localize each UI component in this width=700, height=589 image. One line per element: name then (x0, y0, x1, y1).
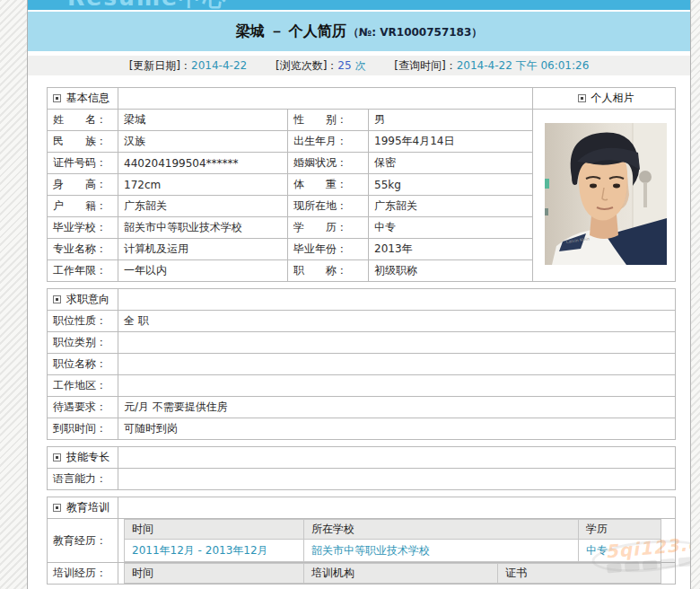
section-header-spacer (118, 447, 676, 469)
field-value: 可随时到岗 (118, 418, 676, 440)
section-title: 基本信息 (66, 92, 109, 104)
field-label: 职位性质： (48, 311, 118, 332)
collapse-toggle-icon[interactable] (578, 94, 586, 102)
job-intention-table: 求职意向 职位性质： 全 职 职位类别： 职位名称： 工作地区： 待遇要求： 元… (47, 288, 676, 440)
field-value: 一年以内 (118, 260, 288, 282)
table-row: 到职时间： 可随时到岗 (48, 418, 676, 440)
field-label: 语言能力： (48, 469, 118, 490)
resume-title-bar: 梁城 － 个人简历（№: VR1000757183） (28, 12, 690, 51)
field-label: 职 称： (288, 260, 369, 282)
photo-cell: Calvin Klein (533, 110, 676, 282)
view-count-group: [浏览次数]：25 次 (276, 59, 365, 72)
field-value: 计算机及运用 (118, 239, 288, 260)
portrait-illustration: Calvin Klein (545, 123, 667, 265)
section-header-spacer (118, 289, 676, 311)
field-value: 韶关市中等职业技术学校 (118, 217, 288, 239)
page-title: 梁城 － 个人简历 (236, 22, 346, 40)
collapse-toggle-icon[interactable] (53, 94, 61, 102)
field-label: 毕业年份： (288, 239, 369, 260)
field-value: 172cm (118, 174, 288, 196)
training-history-cell: 时间 培训机构 证书 (118, 563, 676, 585)
field-label: 培训经历： (48, 563, 118, 585)
field-value: 元/月 不需要提供住房 (118, 397, 676, 418)
basic-info-table: 基本信息 个人相片 姓 名： 梁城 性 别： 男 (47, 87, 676, 282)
skills-table: 技能专长 语言能力： (47, 446, 676, 490)
education-history-table: 时间 所在学校 学历 2011年12月 - 2013年12月 韶关市中等职业技术… (124, 519, 661, 562)
field-value (118, 375, 676, 397)
update-date-group: [更新日期]：2014-4-22 (129, 59, 247, 72)
section-title: 求职意向 (66, 293, 109, 305)
candidate-photo[interactable]: Calvin Klein (545, 123, 667, 265)
field-label: 出生年月： (288, 131, 369, 153)
section-title: 技能专长 (66, 451, 109, 463)
nested-header-row: 时间 所在学校 学历 (125, 520, 661, 540)
query-time-label: [查询时间]： (394, 59, 456, 72)
field-value: 55kg (369, 174, 533, 196)
field-label: 婚姻状况： (288, 153, 369, 174)
field-value (118, 354, 676, 375)
field-label: 体 重： (288, 174, 369, 196)
skills-section-row: 技能专长 (48, 447, 676, 469)
column-header: 时间 (125, 564, 304, 584)
table-row: 语言能力： (48, 469, 676, 490)
field-label: 学 历： (288, 217, 369, 239)
education-history-row: 教育经历： 时间 所在学校 学历 2011年12月 - 2013年12月 韶关市… (48, 519, 676, 563)
view-count-value: 25 (337, 59, 351, 72)
education-school: 韶关市中等职业技术学校 (304, 540, 579, 562)
nested-header-row: 时间 培训机构 证书 (125, 564, 661, 584)
field-value: 初级职称 (369, 260, 533, 282)
field-value (118, 332, 676, 354)
field-value: 梁城 (118, 110, 288, 131)
field-label: 职位名称： (48, 354, 118, 375)
field-label: 专业名称： (48, 239, 118, 260)
field-label: 教育经历： (48, 519, 118, 563)
collapse-toggle-icon[interactable] (53, 504, 61, 512)
column-header: 培训机构 (304, 564, 498, 584)
resume-serial-number: （№: VR1000757183） (348, 26, 482, 39)
basic-info-section-row: 基本信息 个人相片 (48, 88, 676, 110)
table-row: 2011年12月 - 2013年12月 韶关市中等职业技术学校 中专 (125, 540, 661, 562)
section-header-skills: 技能专长 (48, 447, 118, 469)
field-value (118, 469, 676, 490)
education-history-cell: 时间 所在学校 学历 2011年12月 - 2013年12月 韶关市中等职业技术… (118, 519, 676, 563)
education-section-row: 教育培训 (48, 497, 676, 519)
training-history-row: 培训经历： 时间 培训机构 证书 (48, 563, 676, 585)
field-label: 到职时间： (48, 418, 118, 440)
section-header-basic-info: 基本信息 (48, 88, 118, 110)
field-label: 性 别： (288, 110, 369, 131)
field-value: 汉族 (118, 131, 288, 153)
table-row: 工作地区： (48, 375, 676, 397)
field-label: 户 籍： (48, 196, 118, 217)
field-value: 广东韶关 (118, 196, 288, 217)
resume-page: Resume中心 梁城 － 个人简历（№: VR1000757183） [更新日… (27, 0, 691, 589)
field-value: 保密 (369, 153, 533, 174)
query-time-group: [查询时间]：2014-4-22 下午 06:01:26 (394, 59, 589, 72)
top-banner: Resume中心 (28, 0, 690, 10)
field-label: 证件号码： (48, 153, 118, 174)
update-date-label: [更新日期]： (129, 59, 191, 72)
table-row: 待遇要求： 元/月 不需要提供住房 (48, 397, 676, 418)
field-label: 姓 名： (48, 110, 118, 131)
job-intention-section-row: 求职意向 (48, 289, 676, 311)
field-value: 全 职 (118, 311, 676, 332)
field-value: 广东韶关 (369, 196, 533, 217)
field-label: 民 族： (48, 131, 118, 153)
update-date-value: 2014-4-22 (191, 59, 247, 72)
section-header-job-intention: 求职意向 (48, 289, 118, 311)
column-header: 所在学校 (304, 520, 579, 540)
field-label: 待遇要求： (48, 397, 118, 418)
field-label: 现所在地： (288, 196, 369, 217)
view-count-label: [浏览次数]： (276, 59, 337, 72)
collapse-toggle-icon[interactable] (53, 295, 61, 303)
field-label: 身 高： (48, 174, 118, 196)
table-row: 姓 名： 梁城 性 别： 男 (48, 110, 676, 131)
field-value: 2013年 (369, 239, 533, 260)
field-label: 工作地区： (48, 375, 118, 397)
field-label: 毕业学校： (48, 217, 118, 239)
collapse-toggle-icon[interactable] (53, 453, 61, 462)
table-row: 职位性质： 全 职 (48, 311, 676, 332)
field-value: 1995年4月14日 (369, 131, 533, 153)
photo-section-title: 个人相片 (591, 92, 634, 104)
section-header-photo: 个人相片 (533, 88, 676, 110)
education-table: 教育培训 教育经历： 时间 所在学校 学历 2011年12月 - 2013年12… (47, 497, 676, 585)
